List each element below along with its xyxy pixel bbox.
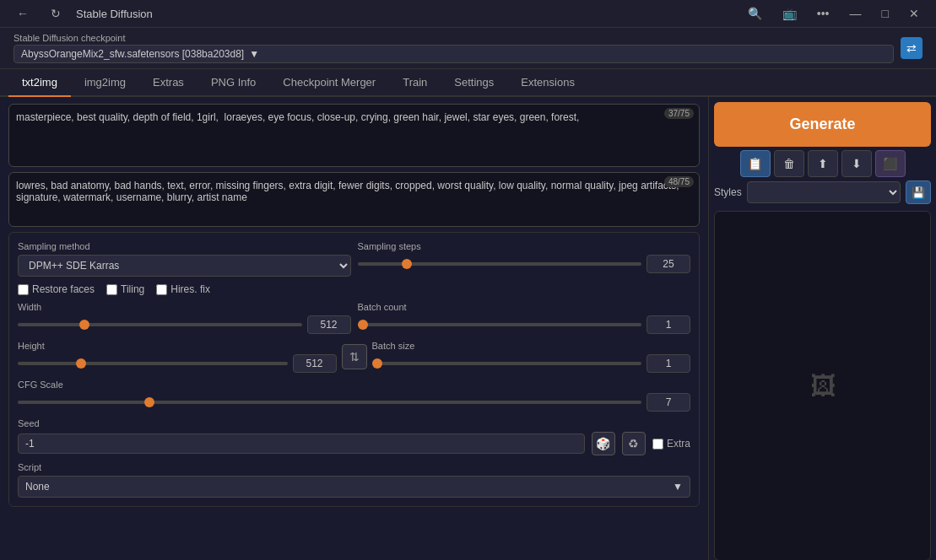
back-button[interactable]: ← <box>10 5 35 22</box>
styles-save-button[interactable]: 💾 <box>906 180 931 204</box>
sampling-steps-row <box>358 255 691 273</box>
restore-faces-label: Restore faces <box>32 283 95 295</box>
restore-faces-input[interactable] <box>18 284 29 295</box>
minimize-button[interactable]: — <box>843 5 868 22</box>
width-input[interactable] <box>307 315 351 334</box>
tiling-label: Tiling <box>121 283 144 295</box>
script-section: Script None ▼ <box>18 462 690 498</box>
positive-token-count: 37/75 <box>664 108 694 119</box>
cfg-scale-input[interactable] <box>647 393 690 412</box>
cfg-scale-row <box>18 393 690 412</box>
cast-button[interactable]: 📺 <box>776 5 803 22</box>
styles-select[interactable] <box>747 181 901 203</box>
height-input[interactable] <box>293 354 337 373</box>
tab-img2img[interactable]: img2img <box>71 69 139 97</box>
swap-dimensions-button[interactable]: ⇅ <box>342 344 367 369</box>
sampling-steps-label: Sampling steps <box>358 241 691 251</box>
checkpoint-select[interactable]: AbyssOrangeMix2_sfw.safetensors [038ba20… <box>14 45 894 63</box>
tab-pnginfo[interactable]: PNG Info <box>197 69 269 97</box>
extra-checkbox[interactable] <box>652 439 663 450</box>
extra-label-text: Extra <box>667 438 690 450</box>
height-batch-size-row: Height ⇅ Batch size <box>18 341 690 373</box>
tiling-checkbox[interactable]: Tiling <box>106 283 144 295</box>
paste-button[interactable]: 📋 <box>740 150 771 177</box>
search-button[interactable]: 🔍 <box>741 5 769 22</box>
tab-train[interactable]: Train <box>389 69 441 97</box>
download-button[interactable]: ⬇ <box>841 150 872 177</box>
batch-count-input[interactable] <box>647 315 690 334</box>
cfg-scale-label: CFG Scale <box>18 380 690 390</box>
width-row <box>18 315 351 334</box>
height-group: Height <box>18 341 337 373</box>
sampling-steps-input[interactable] <box>647 255 690 273</box>
height-label: Height <box>18 341 337 351</box>
hires-fix-checkbox[interactable]: Hires. fix <box>156 283 210 295</box>
styles-label: Styles <box>714 186 742 198</box>
checkpoint-bar: Stable Diffusion checkpoint AbyssOrangeM… <box>0 28 936 69</box>
sampling-steps-group: Sampling steps <box>358 241 691 277</box>
left-panel: 37/75 masterpiece, best quality, depth o… <box>0 97 708 560</box>
sampling-method-label: Sampling method <box>18 241 351 251</box>
negative-prompt-area: 48/75 <box>8 172 700 227</box>
cfg-scale-group: CFG Scale <box>18 380 690 412</box>
recycle-button[interactable]: ♻ <box>622 432 646 455</box>
titlebar-left: ← ↻ Stable Diffusion <box>10 5 153 22</box>
restore-button[interactable]: □ <box>875 5 895 22</box>
checkpoint-value: AbyssOrangeMix2_sfw.safetensors [038ba20… <box>21 48 244 60</box>
checkpoint-label: Stable Diffusion checkpoint <box>14 33 894 43</box>
chevron-down-icon: ▼ <box>673 481 683 493</box>
generate-button[interactable]: Generate <box>714 102 931 147</box>
batch-size-input[interactable] <box>647 354 690 373</box>
tabs-bar: txt2img img2img Extras PNG Info Checkpoi… <box>0 69 936 97</box>
chevron-down-icon: ▼ <box>249 48 259 60</box>
trash-button[interactable]: 🗑 <box>774 150 804 177</box>
batch-count-slider[interactable] <box>358 323 642 326</box>
close-button[interactable]: ✕ <box>902 5 926 22</box>
height-slider[interactable] <box>18 362 288 365</box>
app-title: Stable Diffusion <box>76 8 153 20</box>
batch-count-label: Batch count <box>358 302 691 312</box>
tab-extensions[interactable]: Extensions <box>507 69 588 97</box>
extra-checkbox-label[interactable]: Extra <box>652 438 690 450</box>
tab-extras[interactable]: Extras <box>139 69 197 97</box>
width-batch-count-row: Width Batch count <box>18 302 690 334</box>
script-value: None <box>25 481 50 493</box>
batch-size-slider[interactable] <box>372 362 642 365</box>
styles-row: Styles 💾 <box>714 180 931 204</box>
batch-size-group: Batch size <box>372 341 691 373</box>
width-group: Width <box>18 302 351 334</box>
dice-button[interactable]: 🎲 <box>592 432 615 455</box>
script-select[interactable]: None ▼ <box>18 476 690 498</box>
controls-section: Sampling method DPM++ SDE Karras Samplin… <box>8 232 700 507</box>
tiling-input[interactable] <box>106 284 117 295</box>
image-output-area: 🖼 <box>714 211 931 560</box>
width-slider[interactable] <box>18 323 302 326</box>
height-row <box>18 354 337 373</box>
sampling-method-select[interactable]: DPM++ SDE Karras <box>18 255 351 277</box>
checkpoint-refresh-button[interactable]: ⇄ <box>901 37 922 59</box>
upload-button[interactable]: ⬆ <box>808 150 838 177</box>
seed-input[interactable] <box>18 433 585 454</box>
script-label: Script <box>18 462 690 472</box>
seed-row: 🎲 ♻ Extra <box>18 432 690 455</box>
seed-label: Seed <box>18 418 690 428</box>
batch-size-label: Batch size <box>372 341 691 351</box>
batch-size-row <box>372 354 691 373</box>
sampling-steps-slider[interactable] <box>358 262 642 266</box>
width-label: Width <box>18 302 351 312</box>
positive-prompt-input[interactable]: masterpiece, best quality, depth of fiel… <box>9 105 699 164</box>
zip-button[interactable]: ⬛ <box>875 150 906 177</box>
main-content: 37/75 masterpiece, best quality, depth o… <box>0 97 936 560</box>
tab-checkpoint-merger[interactable]: Checkpoint Merger <box>269 69 389 97</box>
sampling-row: Sampling method DPM++ SDE Karras Samplin… <box>18 241 690 277</box>
restore-faces-checkbox[interactable]: Restore faces <box>18 283 95 295</box>
cfg-scale-slider[interactable] <box>18 401 641 404</box>
refresh-button[interactable]: ↻ <box>44 5 68 22</box>
hires-fix-input[interactable] <box>156 284 167 295</box>
tab-txt2img[interactable]: txt2img <box>8 69 71 97</box>
negative-prompt-input[interactable] <box>9 173 699 223</box>
checkbox-row: Restore faces Tiling Hires. fix <box>18 283 690 295</box>
more-button[interactable]: ••• <box>810 5 836 22</box>
tab-settings[interactable]: Settings <box>441 69 507 97</box>
sampling-method-group: Sampling method DPM++ SDE Karras <box>18 241 351 277</box>
